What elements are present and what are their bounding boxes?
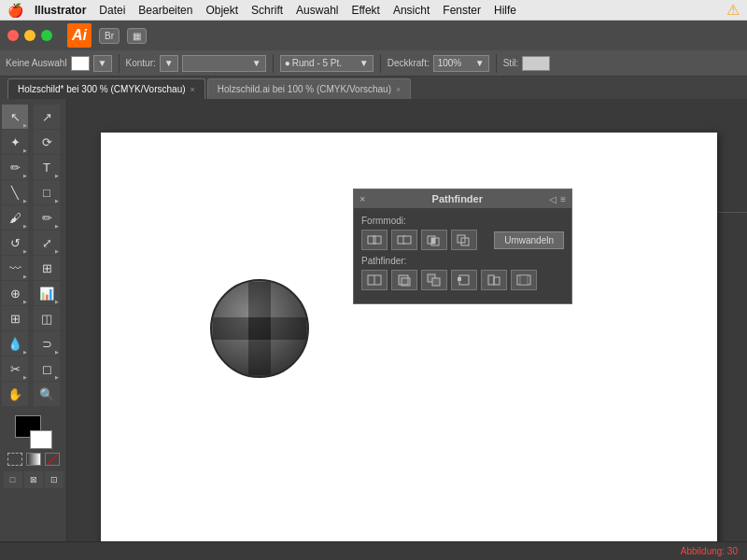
pathfinder-btn-5[interactable] — [481, 270, 507, 290]
stroke-color[interactable] — [30, 430, 52, 449]
extra-swatches — [0, 453, 66, 466]
hand-tool[interactable]: ✋ — [2, 382, 28, 406]
merge-icon — [427, 273, 442, 287]
tab-label-2: Holzschild.ai bei 100 % (CMYK/Vorschau) — [218, 84, 391, 94]
pathfinder-close-btn[interactable]: × — [359, 193, 365, 204]
zoom-tool[interactable]: 🔍 — [34, 382, 60, 406]
menu-ansicht[interactable]: Ansicht — [393, 4, 430, 17]
menu-auswahl[interactable]: Auswahl — [296, 4, 338, 17]
pathfinder-btn-4[interactable] — [451, 270, 477, 290]
menu-hilfe[interactable]: Hilfe — [494, 4, 516, 17]
formmodi-btn-3[interactable] — [421, 230, 447, 250]
normal-screen-btn[interactable]: □ — [4, 471, 22, 488]
maximize-button[interactable] — [41, 30, 52, 41]
type-tool[interactable]: T▶ — [34, 155, 60, 179]
menu-fenster[interactable]: Fenster — [443, 4, 481, 17]
fill-dropdown[interactable]: ▼ — [93, 55, 112, 72]
eyedropper-tool[interactable]: 💧▶ — [2, 331, 28, 356]
menu-schrift[interactable]: Schrift — [251, 4, 283, 17]
menu-objekt[interactable]: Objekt — [205, 4, 238, 17]
warp-tool[interactable]: 〰▶ — [2, 256, 28, 280]
tab-close-1[interactable]: × — [190, 85, 195, 94]
svg-rect-6 — [374, 236, 381, 244]
mesh-tool[interactable]: ⊞ — [2, 306, 28, 330]
menu-datei[interactable]: Datei — [99, 4, 125, 17]
pathfinder-expand-btn[interactable]: ◁ — [549, 194, 557, 204]
app-name-menu[interactable]: Illustrator — [35, 4, 86, 17]
tool-grid: ↖▶ ↗ ✦▶ ⟳ ✏▶ T▶ ╲▶ □▶ 🖌▶ ✏▶ ↺▶ ⤢▶ 〰▶ ⊞ ⊕… — [0, 103, 66, 408]
stroke-type-dropdown[interactable]: ● Rund - 5 Pt. ▼ — [280, 55, 374, 72]
gradient-swatch[interactable] — [26, 453, 41, 466]
menu-bearbeiten[interactable]: Bearbeiten — [138, 4, 192, 17]
full-screen-btn[interactable]: ⊠ — [24, 471, 43, 488]
separator-2 — [273, 54, 274, 73]
line-tool[interactable]: ╲▶ — [2, 180, 28, 204]
lasso-tool[interactable]: ⟳ — [34, 130, 60, 154]
blend-tool[interactable]: ⊃▶ — [34, 331, 60, 356]
symbol-tool[interactable]: ⊕▶ — [2, 281, 28, 305]
bridge-button[interactable]: Br — [99, 28, 120, 44]
svg-rect-25 — [520, 275, 528, 285]
title-bar: Ai Br ▦ — [0, 21, 747, 50]
fill-stroke-swatches[interactable] — [15, 415, 52, 449]
formmodi-btn-1[interactable] — [361, 230, 388, 250]
scissors-tool[interactable]: ✂▶ — [2, 357, 28, 381]
pathfinder-panel: × Pathfinder ◁ ≡ Formmodi: — [353, 189, 572, 304]
formmodi-btn-2[interactable] — [391, 230, 417, 250]
umwandeln-button[interactable]: Umwandeln — [494, 231, 564, 249]
arrange-button[interactable]: ▦ — [127, 28, 147, 44]
pathfinder-btn-3[interactable] — [421, 270, 447, 290]
separator-3 — [380, 54, 381, 73]
tab-holzschild-300[interactable]: Holzschild* bei 300 % (CMYK/Vorschau) × — [7, 78, 205, 99]
rotate-tool[interactable]: ↺▶ — [2, 231, 28, 255]
none-swatch[interactable] — [45, 453, 60, 466]
fill-swatch[interactable] — [71, 56, 90, 71]
exclude-icon — [457, 233, 472, 246]
pen-tool[interactable]: ✏▶ — [2, 155, 28, 179]
pencil-tool[interactable]: ✏▶ — [34, 205, 60, 230]
scale-tool[interactable]: ⤢▶ — [34, 231, 60, 255]
options-toolbar: Keine Auswahl ▼ Kontur: ▼ ▼ ● Rund - 5 P… — [0, 50, 747, 77]
formmodi-btn-4[interactable] — [451, 230, 477, 250]
color-swatch[interactable] — [7, 453, 22, 466]
eraser-tool[interactable]: ◻▶ — [34, 357, 60, 381]
column-graph-tool[interactable]: 📊▶ — [34, 281, 60, 305]
stil-swatch[interactable] — [522, 56, 550, 71]
kontur-value-dropdown[interactable]: ▼ — [182, 55, 266, 72]
shape-tool[interactable]: □▶ — [34, 180, 60, 204]
traffic-lights — [7, 30, 52, 41]
pathfinder-btn-6[interactable] — [511, 270, 537, 290]
canvas-area[interactable]: × Pathfinder ◁ ≡ Formmodi: — [82, 114, 747, 541]
trim-icon — [397, 273, 412, 287]
no-selection-label: Keine Auswahl — [6, 58, 67, 68]
svg-rect-16 — [399, 275, 408, 285]
status-bar: Abbildung: 30 — [0, 541, 747, 560]
pathfinder-btn-2[interactable] — [391, 270, 417, 290]
presentation-btn[interactable]: ⊡ — [45, 471, 63, 488]
screen-mode-area: □ ⊠ ⊡ — [0, 471, 66, 488]
svg-rect-11 — [431, 238, 435, 244]
tab-holzschild-100[interactable]: Holzschild.ai bei 100 % (CMYK/Vorschau) … — [207, 78, 411, 99]
apple-menu[interactable]: 🍎 — [7, 3, 23, 18]
stil-label: Stil: — [503, 58, 519, 68]
shape-svg — [208, 277, 311, 380]
menu-effekt[interactable]: Effekt — [351, 4, 379, 17]
pathfinder-menu-btn[interactable]: ≡ — [560, 194, 566, 204]
magic-wand-tool[interactable]: ✦▶ — [2, 130, 28, 154]
separator-1 — [119, 54, 120, 73]
select-tool[interactable]: ↖▶ — [2, 105, 28, 129]
kontur-label: Kontur: — [126, 58, 156, 68]
paintbrush-tool[interactable]: 🖌▶ — [2, 205, 28, 230]
direct-select-tool[interactable]: ↗ — [34, 105, 60, 129]
kontur-dropdown[interactable]: ▼ — [160, 55, 178, 72]
pathfinder-row — [361, 270, 564, 290]
pathfinder-btn-1[interactable] — [361, 270, 388, 290]
tab-close-2[interactable]: × — [396, 85, 401, 94]
circle-cross-shape[interactable] — [208, 277, 311, 380]
free-transform-tool[interactable]: ⊞ — [34, 256, 60, 280]
gradient-tool[interactable]: ◫ — [34, 306, 60, 330]
opacity-dropdown[interactable]: 100% ▼ — [433, 55, 489, 72]
svg-rect-3 — [248, 317, 271, 340]
minimize-button[interactable] — [24, 30, 35, 41]
close-button[interactable] — [7, 30, 19, 41]
